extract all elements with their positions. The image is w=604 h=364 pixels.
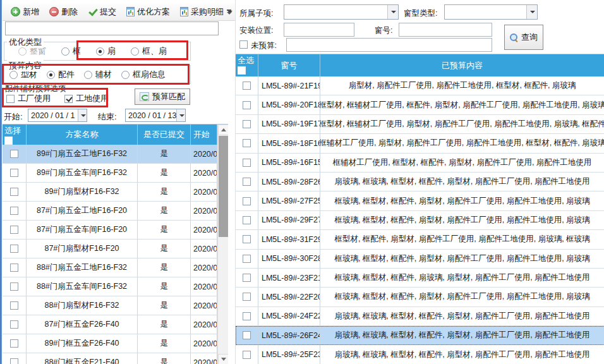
- row-checkbox[interactable]: [243, 274, 251, 282]
- plan-filter-input[interactable]: [5, 21, 219, 35]
- budget-header-window-no: 窗号: [258, 54, 320, 76]
- budget-table-row[interactable]: LM5L-89#-16F15框辅材工厂使用, 框型材, 框配件, 扇型材, 扇配…: [236, 154, 604, 173]
- budget-table-row[interactable]: LM5L-89#-25F23扇玻璃, 框玻璃, 框型材, 框配件, 扇型材, 扇…: [236, 345, 604, 364]
- optimize-type-option[interactable]: 框、扇: [131, 46, 167, 57]
- budget-table-row[interactable]: LM5L-89#-29F27框玻璃, 框型材, 框配件, 扇型材, 扇配件工厂使…: [236, 211, 604, 230]
- plan-name-cell: 89#门扇型材F16-F32: [27, 183, 138, 201]
- radio-icon: [61, 47, 69, 56]
- budget-table-row[interactable]: LM5L-89#-28F26扇玻璃, 框玻璃, 框型材, 框配件, 扇型材, 扇…: [236, 173, 604, 191]
- budget-content-option[interactable]: 框扇信息: [121, 69, 166, 80]
- scroll-down-button[interactable]: [218, 354, 228, 364]
- usage-checkbox-item[interactable]: 工地使用: [64, 93, 109, 104]
- optimize-type-option[interactable]: 框: [61, 46, 81, 57]
- row-checkbox[interactable]: [243, 178, 251, 186]
- end-date-dropdown-button[interactable]: [176, 109, 185, 121]
- plan-table-row[interactable]: 89#门框五金F26-F40是2020/0: [3, 334, 217, 353]
- row-checkbox[interactable]: [243, 82, 251, 90]
- query-button-label: 查询: [521, 32, 538, 43]
- budget-content-option[interactable]: 辅材: [84, 69, 112, 80]
- budget-table-row[interactable]: LM5L-89#-18F16框辅材工厂使用, 扇型材, 扇配件工厂使用, 扇配件…: [236, 134, 604, 153]
- window-type-select[interactable]: [444, 4, 538, 20]
- budget-content-cell: 框玻璃, 框型材, 框配件, 扇型材, 扇配件工厂使用, 扇配件工地使用, 扇玻…: [320, 250, 604, 268]
- plan-table-row[interactable]: 87#门扇五金工地F16-F20是2020/0: [3, 202, 217, 221]
- row-checkbox[interactable]: [10, 245, 18, 253]
- budget-match-button[interactable]: 预算匹配: [135, 88, 190, 105]
- plan-start-cell: 2020/0: [191, 258, 217, 277]
- budget-table-row[interactable]: LM5L-89#-27F25框玻璃, 框型材, 框配件, 扇型材, 扇配件工厂使…: [236, 191, 604, 210]
- budget-window-no-cell: LM5L-89#-16F15: [258, 154, 320, 172]
- purchase-detail-button-label: 采购明细: [191, 6, 224, 18]
- budget-table-row[interactable]: LM5L-89#-23F21框玻璃, 框型材, 框配件, 扇玻璃, 扇型材, 扇…: [236, 269, 604, 288]
- budget-window-no-cell: LM5L-89#-20F18: [258, 95, 320, 114]
- row-checkbox[interactable]: [10, 301, 18, 310]
- row-checkbox[interactable]: [243, 293, 251, 301]
- start-date-picker[interactable]: 2020 / 01 / 1: [28, 109, 87, 122]
- row-checkbox[interactable]: [243, 216, 251, 224]
- plan-table-scrollbar[interactable]: [217, 124, 228, 364]
- row-checkbox[interactable]: [10, 169, 18, 177]
- budget-content-option[interactable]: 配件: [47, 69, 75, 80]
- row-checkbox[interactable]: [243, 351, 251, 359]
- row-checkbox[interactable]: [10, 226, 18, 234]
- window-no-input[interactable]: [399, 23, 492, 37]
- sub-item-dropdown-button[interactable]: [387, 5, 398, 19]
- sub-item-select[interactable]: [284, 4, 399, 20]
- plan-table-row[interactable]: 89#门扇五金工地F16-F32是2020/0: [3, 145, 217, 164]
- row-checkbox[interactable]: [243, 101, 251, 109]
- scrollbar-thumb[interactable]: [219, 136, 228, 237]
- row-checkbox[interactable]: [243, 197, 251, 205]
- query-button[interactable]: 查询: [504, 25, 543, 50]
- row-checkbox[interactable]: [243, 120, 251, 128]
- install-pos-input[interactable]: [284, 23, 354, 37]
- usage-checkbox-item[interactable]: 工厂使用: [6, 93, 51, 104]
- budget-table-row[interactable]: LM5L-89#-30F28框玻璃, 框型材, 框配件, 扇型材, 扇配件工厂使…: [236, 250, 604, 269]
- budget-table-row[interactable]: LM5L-89#-31F29框型材, 框配件, 扇型材, 扇配件工厂使用, 扇配…: [236, 230, 604, 249]
- end-date-picker[interactable]: 2020 / 01 / 13: [125, 109, 186, 122]
- plan-name-cell: 87#门扇五金工地F16-F20: [27, 202, 138, 220]
- plan-table-row[interactable]: 89#门扇型材F16-F32是2020/0: [3, 183, 217, 202]
- plan-table-row[interactable]: 88#门扇型材F16-F32是2020/0: [3, 296, 217, 315]
- no-budget-checkbox[interactable]: [239, 40, 248, 49]
- row-checkbox[interactable]: [243, 159, 251, 167]
- delete-button[interactable]: 删除: [44, 4, 83, 20]
- row-checkbox[interactable]: [10, 264, 18, 272]
- optimize-type-option[interactable]: 扇: [96, 46, 116, 57]
- window-type-dropdown-button[interactable]: [526, 5, 537, 19]
- row-checkbox[interactable]: [10, 207, 18, 215]
- row-checkbox[interactable]: [10, 282, 18, 291]
- budget-table-row[interactable]: LM5L-89#-26F24扇玻璃, 框玻璃, 框型材, 框配件, 扇型材, 扇…: [236, 326, 604, 345]
- start-date-dropdown-button[interactable]: [78, 109, 87, 121]
- budget-table-row[interactable]: LM5L-89#-21F19扇型材, 扇配件工厂使用, 扇配件工地使用, 框型材…: [236, 76, 604, 95]
- plan-table-row[interactable]: 89#门扇五金车间F16-F32是2020/0: [3, 164, 217, 183]
- budget-table-row[interactable]: LM5L-89#-22F20框玻璃, 框型材, 框配件, 扇型材, 扇配件工厂使…: [236, 288, 604, 306]
- add-button[interactable]: 新增: [6, 4, 44, 20]
- plan-table-row[interactable]: 88#门扇五金工地F16-F32是2020/0: [3, 258, 217, 277]
- no-budget-input[interactable]: [286, 38, 492, 52]
- plan-start-cell: 2020/0: [191, 145, 217, 163]
- submit-button[interactable]: 提交: [83, 4, 121, 20]
- row-checkbox[interactable]: [10, 339, 18, 348]
- row-checkbox[interactable]: [243, 235, 251, 243]
- row-checkbox[interactable]: [10, 150, 18, 158]
- row-checkbox[interactable]: [243, 312, 251, 320]
- optimize-plan-button[interactable]: 优化方案: [121, 4, 175, 20]
- scroll-up-button[interactable]: [218, 124, 228, 135]
- row-checkbox[interactable]: [10, 358, 18, 364]
- budget-table-row[interactable]: LM5L-89#-19F17框型材, 框辅材工厂使用, 扇型材, 扇配件工厂使用…: [236, 115, 604, 134]
- toolbar-overflow-button[interactable]: [224, 5, 234, 19]
- plan-table-row[interactable]: 88#门扇五金车间F16-F32是2020/0: [3, 277, 217, 296]
- budget-table-row[interactable]: LM5L-89#-20F18框型材, 框辅材工厂使用, 框配件, 扇型材, 扇配…: [236, 95, 604, 114]
- plan-table-row[interactable]: 87#门扇五金车间F16-F20是2020/0: [3, 221, 217, 240]
- plan-table-row[interactable]: 88#门框五金F21-F40是2020/0: [3, 353, 217, 364]
- row-checkbox[interactable]: [243, 255, 251, 263]
- budget-table-row[interactable]: LM5L-89#-24F22扇玻璃, 框玻璃, 框型材, 框配件, 扇型材, 扇…: [236, 307, 604, 326]
- row-checkbox[interactable]: [243, 331, 251, 339]
- row-checkbox[interactable]: [243, 139, 251, 147]
- plan-table-row[interactable]: 87#门扇型材F16-F20是2020/0: [3, 240, 217, 258]
- select-all-checkbox[interactable]: [4, 136, 13, 145]
- row-checkbox[interactable]: [10, 188, 18, 196]
- plan-row-select-cell: [3, 145, 27, 163]
- select-all-checkbox[interactable]: [238, 66, 246, 75]
- row-checkbox[interactable]: [10, 320, 18, 329]
- plan-table-row[interactable]: 87#门框五金F26-F40是2020/0: [3, 315, 217, 334]
